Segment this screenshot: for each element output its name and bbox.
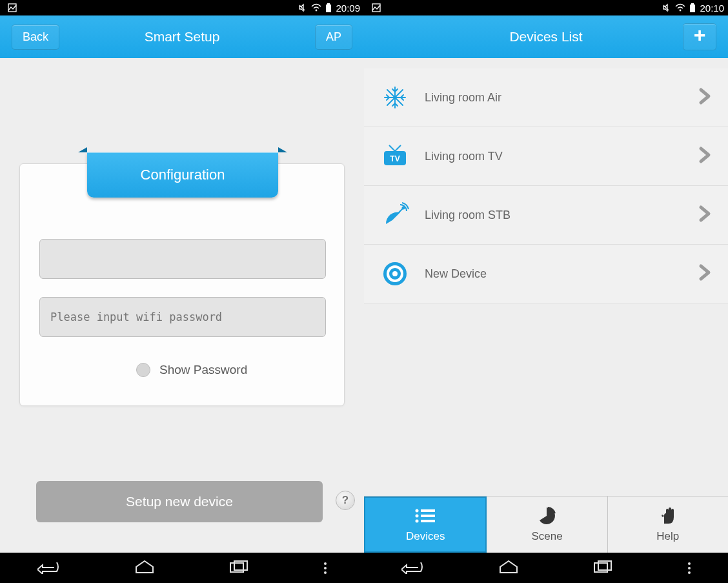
battery-icon (325, 3, 332, 13)
page-title: Devices List (509, 29, 582, 45)
svg-line-15 (395, 145, 401, 151)
ssid-input[interactable] (39, 239, 326, 279)
bottom-tabs: Devices Scene Help (364, 496, 728, 553)
content-area: Configuration Show Password Setup new de… (0, 58, 364, 583)
device-row-tv[interactable]: TV Living room TV (364, 127, 728, 186)
satellite-icon (365, 201, 425, 229)
snowflake-icon (365, 85, 425, 110)
svg-line-14 (389, 145, 395, 151)
mute-icon (662, 3, 671, 12)
status-bar: 20:10 (364, 0, 728, 15)
setup-new-device-button[interactable]: Setup new device (36, 481, 323, 522)
device-row-new[interactable]: New Device (364, 245, 728, 303)
status-time: 20:10 (700, 3, 724, 14)
configuration-card: Configuration Show Password (19, 163, 345, 406)
nav-back-icon[interactable] (401, 560, 423, 577)
radio-icon (136, 363, 150, 377)
pie-icon (538, 507, 556, 525)
svg-rect-25 (421, 509, 435, 512)
svg-point-24 (416, 509, 419, 512)
svg-rect-6 (372, 4, 380, 12)
picture-icon (8, 3, 17, 12)
tab-label: Devices (406, 530, 445, 543)
nav-home-icon[interactable] (135, 560, 154, 577)
svg-rect-0 (8, 4, 16, 12)
add-device-button[interactable]: + (683, 23, 716, 50)
nav-menu-icon[interactable] (688, 562, 691, 574)
svg-point-28 (416, 519, 419, 522)
tab-label: Help (656, 530, 679, 543)
smart-setup-screen: 20:09 Back Smart Setup AP Configuration … (0, 0, 364, 583)
svg-rect-3 (326, 5, 331, 12)
svg-rect-8 (691, 3, 694, 5)
svg-rect-27 (421, 515, 435, 517)
password-input[interactable] (39, 297, 326, 337)
svg-rect-9 (690, 5, 695, 12)
wifi-icon (311, 3, 321, 12)
nav-menu-icon[interactable] (324, 562, 327, 574)
hand-icon (659, 507, 677, 525)
tab-devices[interactable]: Devices (364, 496, 487, 553)
android-nav-bar (0, 553, 364, 583)
tab-scene[interactable]: Scene (487, 496, 607, 553)
battery-icon (689, 3, 696, 13)
svg-rect-29 (421, 520, 435, 522)
nav-recent-icon[interactable] (593, 560, 612, 577)
help-icon[interactable]: ? (336, 491, 355, 510)
show-password-label: Show Password (159, 363, 247, 377)
device-label: Living room TV (425, 150, 698, 163)
svg-point-26 (416, 514, 419, 517)
device-label: Living room STB (425, 209, 698, 222)
status-bar: 20:09 (0, 0, 364, 15)
tab-label: Scene (531, 530, 562, 543)
mute-icon (298, 3, 307, 12)
device-list: Living room Air TV Living room TV Living… (364, 68, 728, 303)
chevron-right-icon (698, 263, 713, 284)
back-button[interactable]: Back (12, 25, 59, 50)
svg-point-1 (316, 10, 318, 12)
device-label: Living room Air (425, 91, 698, 105)
nav-home-icon[interactable] (499, 560, 518, 577)
tv-icon: TV (365, 143, 425, 169)
device-row-air[interactable]: Living room Air (364, 68, 728, 127)
chevron-right-icon (698, 146, 713, 167)
svg-point-7 (680, 10, 682, 12)
nav-recent-icon[interactable] (229, 560, 248, 577)
svg-point-23 (392, 271, 398, 276)
ap-button[interactable]: AP (315, 25, 352, 50)
app-header: Devices List + (364, 15, 728, 58)
wifi-icon (675, 3, 685, 12)
chevron-right-icon (698, 87, 713, 108)
svg-rect-2 (327, 3, 330, 5)
android-nav-bar (364, 553, 728, 583)
status-time: 20:09 (336, 3, 360, 14)
target-icon (365, 261, 425, 287)
list-icon (414, 507, 436, 525)
page-title: Smart Setup (145, 29, 220, 45)
tab-help[interactable]: Help (608, 496, 728, 553)
device-label: New Device (425, 267, 698, 281)
devices-list-screen: 20:10 Devices List + Living room Air (364, 0, 728, 583)
show-password-toggle[interactable]: Show Password (136, 363, 247, 377)
app-header: Back Smart Setup AP (0, 15, 364, 58)
chevron-right-icon (698, 205, 713, 225)
nav-back-icon[interactable] (37, 560, 59, 577)
picture-icon (372, 3, 381, 12)
device-row-stb[interactable]: Living room STB (364, 186, 728, 245)
content-area: Living room Air TV Living room TV Living… (364, 58, 728, 583)
configuration-title: Configuration (87, 152, 278, 198)
svg-text:TV: TV (390, 154, 399, 163)
